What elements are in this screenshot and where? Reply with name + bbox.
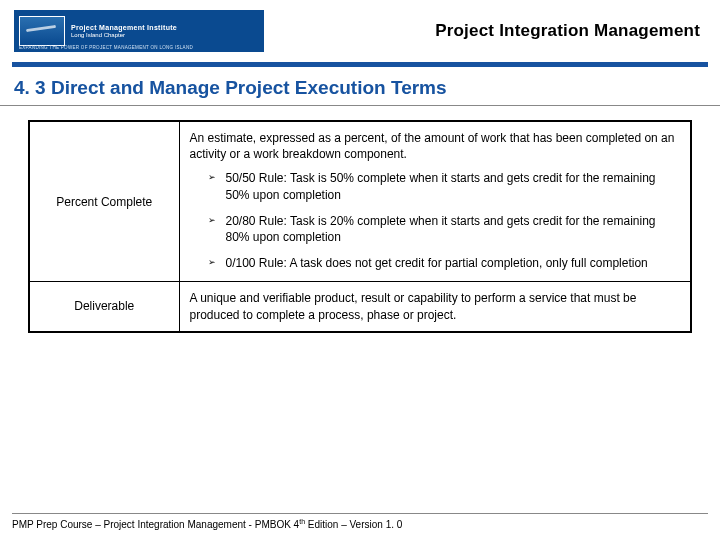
section-heading: 4. 3 Direct and Manage Project Execution… [0, 67, 720, 105]
table-row: Percent Complete An estimate, expressed … [29, 121, 691, 282]
slide-footer: PMP Prep Course – Project Integration Ma… [12, 513, 708, 530]
term-definition-text: An estimate, expressed as a percent, of … [190, 130, 681, 162]
logo-main-text: Project Management Institute [71, 24, 177, 32]
table-row: Deliverable A unique and verifiable prod… [29, 282, 691, 332]
footer-text-post: Edition – Version 1. 0 [305, 519, 402, 530]
term-definition-cell: A unique and verifiable product, result … [179, 282, 691, 332]
page-title: Project Integration Management [264, 21, 706, 41]
slide-header: Project Management Institute Long Island… [0, 0, 720, 60]
pmi-logo-badge-icon [19, 16, 65, 46]
section-divider [0, 105, 720, 106]
term-definition-cell: An estimate, expressed as a percent, of … [179, 121, 691, 282]
footer-text-pre: PMP Prep Course – Project Integration Ma… [12, 519, 299, 530]
terms-table: Percent Complete An estimate, expressed … [28, 120, 692, 333]
list-item: 50/50 Rule: Task is 50% complete when it… [208, 170, 681, 202]
rule-list: 50/50 Rule: Task is 50% complete when it… [190, 170, 681, 271]
footer-text: PMP Prep Course – Project Integration Ma… [12, 518, 708, 530]
logo-sub-text: Long Island Chapter [71, 32, 177, 39]
list-item: 0/100 Rule: A task does not get credit f… [208, 255, 681, 271]
logo-tagline: EXPANDING THE POWER OF PROJECT MANAGEMEN… [19, 45, 193, 50]
pmi-logo: Project Management Institute Long Island… [14, 10, 264, 52]
term-label-percent-complete: Percent Complete [29, 121, 179, 282]
logo-text-block: Project Management Institute Long Island… [71, 24, 177, 38]
term-label-deliverable: Deliverable [29, 282, 179, 332]
list-item: 20/80 Rule: Task is 20% complete when it… [208, 213, 681, 245]
footer-divider [12, 513, 708, 514]
